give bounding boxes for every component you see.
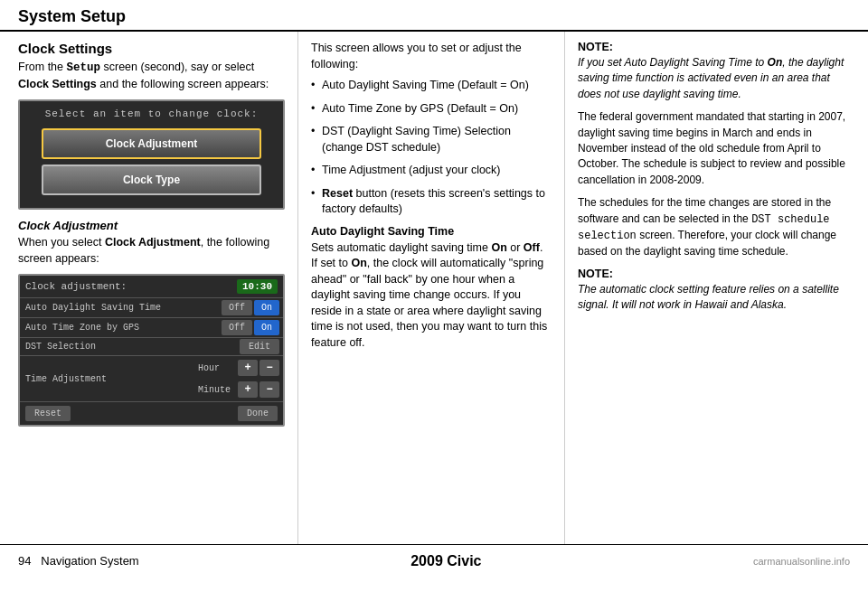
note2-text: The automatic clock setting feature reli… — [578, 282, 855, 314]
auto-tz-off-btn[interactable]: Off — [222, 320, 252, 335]
adj-header: Clock adjustment: 10:30 — [20, 276, 283, 297]
hour-plusminus[interactable]: + − — [238, 360, 279, 376]
clock-settings-intro: From the Setup screen (second), say or s… — [18, 60, 285, 92]
minute-adj-row: Minute + − — [198, 380, 279, 399]
nav-system-label: Navigation System — [41, 554, 138, 568]
dst-selection-label: DST Selection — [20, 338, 240, 355]
content-area: Clock Settings From the Setup screen (se… — [0, 32, 868, 544]
body1-text: The federal government mandated that sta… — [578, 109, 855, 188]
feature-list: Auto Daylight Saving Time (Default = On)… — [311, 78, 552, 218]
page-footer: 94 Navigation System 2009 Civic carmanua… — [0, 544, 868, 577]
footer-center: 2009 Civic — [410, 553, 481, 569]
auto-dst-description: Sets automatic daylight saving time On o… — [311, 240, 552, 352]
clock-settings-title: Clock Settings — [18, 41, 285, 56]
list-item: Time Adjustment (adjust your clock) — [311, 163, 552, 179]
list-item: DST (Daylight Saving Time) Selection (ch… — [311, 124, 552, 155]
middle-column: This screen allows you to set or adjust … — [298, 32, 565, 544]
hour-adj-row: Hour + − — [198, 358, 279, 378]
done-btn[interactable]: Done — [238, 406, 278, 421]
clock-select-screen: Select an item to change clock: Clock Ad… — [18, 99, 285, 210]
right-column: NOTE: If you set Auto Daylight Saving Ti… — [565, 32, 868, 544]
left-column: Clock Settings From the Setup screen (se… — [0, 32, 298, 544]
footer-right: carmanualsonline.info — [753, 556, 850, 567]
note2-label: NOTE: — [578, 268, 855, 280]
clock-adjustment-btn[interactable]: Clock Adjustment — [42, 128, 261, 159]
note1-text: If you set Auto Daylight Saving Time to … — [578, 55, 855, 102]
reset-btn[interactable]: Reset — [25, 406, 71, 421]
note1-label: NOTE: — [578, 41, 855, 53]
auto-dst-section-title: Auto Daylight Saving Time — [311, 225, 552, 238]
hour-minus-btn[interactable]: − — [259, 360, 279, 376]
page-header: System Setup — [0, 0, 868, 32]
adj-header-label: Clock adjustment: — [25, 281, 127, 292]
adj-time-display: 10:30 — [237, 279, 278, 294]
adj-footer: Reset Done — [20, 401, 283, 425]
list-item: Auto Time Zone by GPS (Default = On) — [311, 101, 552, 117]
auto-dst-toggle[interactable]: Off On — [218, 298, 283, 317]
mid-intro: This screen allows you to set or adjust … — [311, 41, 552, 72]
minute-minus-btn[interactable]: − — [259, 381, 279, 398]
auto-tz-row: Auto Time Zone by GPS Off On — [20, 317, 283, 337]
auto-dst-off-btn[interactable]: Off — [222, 300, 252, 315]
time-adj-label: Time Adjustment — [20, 371, 194, 388]
dst-edit-btn[interactable]: Edit — [240, 339, 279, 354]
auto-dst-on-btn[interactable]: On — [254, 300, 279, 315]
clock-type-btn[interactable]: Clock Type — [42, 164, 261, 195]
time-adj-row: Time Adjustment Hour + − Minute + − — [20, 355, 283, 401]
minute-plus-btn[interactable]: + — [238, 381, 258, 398]
list-item: Reset button (resets this screen's setti… — [311, 186, 552, 218]
screen1-label: Select an item to change clock: — [27, 108, 276, 119]
hour-plus-btn[interactable]: + — [238, 360, 258, 376]
clock-adjustment-title: Clock Adjustment — [18, 219, 285, 232]
hour-label: Hour — [198, 363, 238, 373]
auto-tz-on-btn[interactable]: On — [254, 320, 279, 335]
clock-adjustment-intro: When you select Clock Adjustment, the fo… — [18, 235, 285, 267]
page-number: 94 — [18, 554, 31, 568]
auto-tz-label: Auto Time Zone by GPS — [20, 319, 218, 336]
clock-adjustment-screen: Clock adjustment: 10:30 Auto Daylight Sa… — [18, 274, 285, 427]
page-title: System Setup — [18, 7, 850, 26]
dst-selection-row: DST Selection Edit — [20, 337, 283, 355]
auto-dst-row: Auto Daylight Saving Time Off On — [20, 297, 283, 317]
body2-text: The schedules for the time changes are s… — [578, 195, 855, 260]
minute-label: Minute — [198, 385, 238, 395]
footer-left: 94 Navigation System — [18, 554, 139, 568]
list-item: Auto Daylight Saving Time (Default = On) — [311, 78, 552, 94]
auto-tz-toggle[interactable]: Off On — [218, 318, 283, 337]
auto-dst-label: Auto Daylight Saving Time — [20, 299, 218, 316]
minute-plusminus[interactable]: + − — [238, 381, 279, 398]
